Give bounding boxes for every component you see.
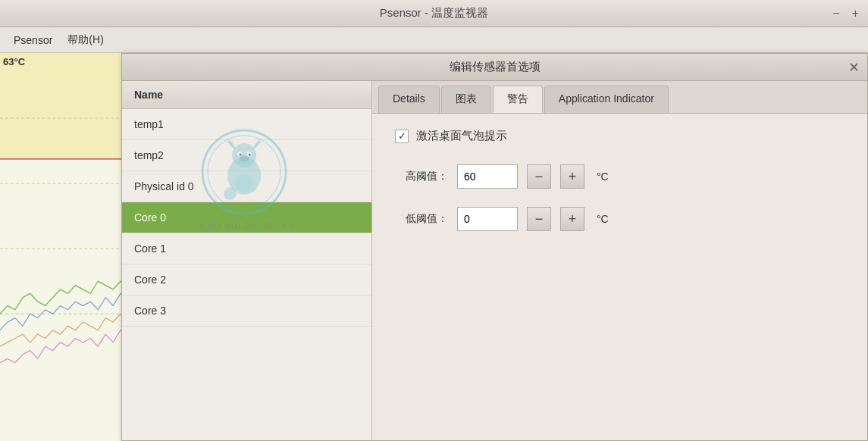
chart-temp-label: 63°C [3,56,25,67]
maximize-button[interactable]: + [852,7,859,20]
tab-app-indicator[interactable]: Application Indicator [544,86,669,113]
main-area: 63°C 编辑传感器首选项 ✕ [0,53,868,441]
menu-item-psensor[interactable]: Psensor [6,31,60,49]
tab-chart[interactable]: 图表 [441,86,491,113]
sensor-item-core1[interactable]: Core 1 [122,233,371,264]
svg-rect-0 [0,53,136,159]
sensor-item-core2[interactable]: Core 2 [122,264,371,296]
chart-svg [0,53,136,441]
dialog-title: 编辑传感器首选项 [450,60,541,74]
sensor-item-physical-id-0[interactable]: Physical id 0 [122,171,371,202]
sensor-item-temp2[interactable]: temp2 [122,140,371,171]
activate-label: 激活桌面气泡提示 [416,129,507,143]
dialog-content: Name [122,81,867,440]
chart-area: 63°C [0,53,136,441]
low-threshold-decrease-button[interactable]: − [527,207,551,231]
low-threshold-label: 低阈值： [395,212,448,226]
sensor-list: Name [122,81,372,440]
high-threshold-increase-button[interactable]: + [560,164,584,189]
high-threshold-input[interactable] [457,164,518,189]
menu-bar: Psensor 帮助(H) [0,27,868,53]
high-threshold-label: 高阈值： [395,170,448,183]
high-threshold-unit: °C [597,170,609,183]
low-threshold-row: 低阈值： − + °C [395,207,844,231]
low-threshold-input[interactable] [457,207,518,231]
title-bar: Psensor - 温度监视器 − + [0,0,868,27]
sensor-list-header: Name [122,81,371,109]
window-controls: − + [832,7,859,20]
dialog-close-button[interactable]: ✕ [848,59,860,76]
right-panel: Details 图表 警告 Application Indicator [372,81,867,440]
alert-tab-content: 激活桌面气泡提示 高阈值： − + °C 低阈值： − [372,114,867,440]
high-threshold-row: 高阈值： − + °C [395,164,844,189]
low-threshold-unit: °C [597,213,609,225]
activate-checkbox[interactable] [395,130,409,143]
menu-item-help[interactable]: 帮助(H) [60,30,111,50]
dialog-title-bar: 编辑传感器首选项 ✕ [122,54,867,81]
tab-details[interactable]: Details [378,86,440,113]
tab-bar: Details 图表 警告 Application Indicator [372,81,867,114]
low-threshold-increase-button[interactable]: + [560,207,584,231]
minimize-button[interactable]: − [832,7,839,20]
high-threshold-decrease-button[interactable]: − [527,164,551,189]
sensor-item-core3[interactable]: Core 3 [122,296,371,327]
dialog: 编辑传感器首选项 ✕ Name [121,53,868,441]
sensor-item-temp1[interactable]: temp1 [122,109,371,140]
sensor-item-core0[interactable]: Core 0 [122,202,371,233]
window-title: Psensor - 温度监视器 [380,6,488,20]
tab-alert[interactable]: 警告 [493,86,543,113]
activate-row: 激活桌面气泡提示 [395,129,844,143]
